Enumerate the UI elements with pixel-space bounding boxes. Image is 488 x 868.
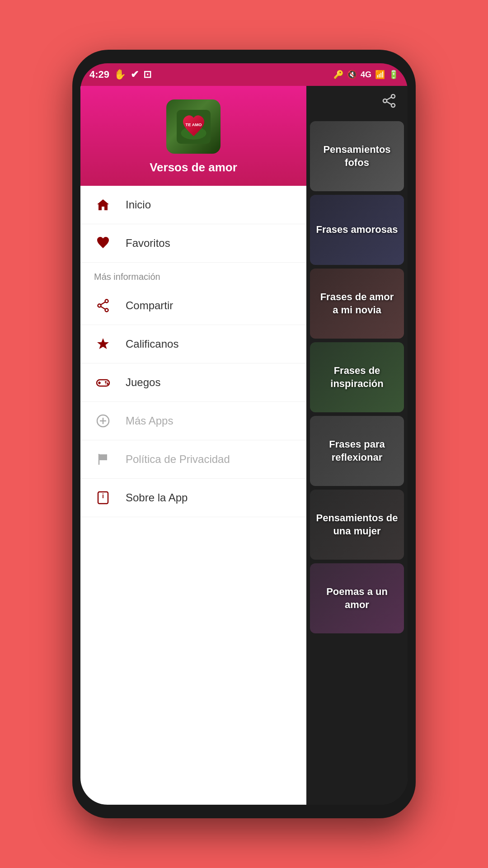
category-label-0: Pensamientosfofos [319, 139, 395, 174]
nav-item-calificanos[interactable]: Calificanos [80, 325, 306, 363]
nav-label-juegos: Juegos [126, 376, 160, 389]
svg-point-24 [391, 104, 395, 107]
app-icon: TE AMO [166, 99, 221, 154]
nav-label-inicio: Inicio [126, 198, 151, 211]
svg-text:i: i [102, 492, 104, 500]
star-icon [94, 335, 112, 353]
nav-item-mas-apps[interactable]: Más Apps [80, 402, 306, 440]
category-card-2[interactable]: Frases de amora mi novia [310, 269, 404, 339]
status-bar: 4:29 ✋ ✔ ⊡ 🔑 🔇 4G 📶 🔋 [80, 63, 408, 86]
status-left: 4:29 ✋ ✔ ⊡ [89, 69, 151, 80]
nav-label-favoritos: Favoritos [126, 237, 170, 250]
drawer-nav: Inicio Favoritos Más información [80, 186, 306, 805]
hand-icon: ✋ [114, 69, 126, 80]
mute-icon: 🔇 [347, 70, 357, 80]
info-icon: i [94, 489, 112, 507]
main-content-panel: Pensamientosfofos Frases amorosas Frases… [306, 86, 408, 805]
plus-circle-icon [94, 412, 112, 430]
category-label-4: Frases parareflexionar [324, 434, 389, 468]
drawer-header: TE AMO Versos de amor [80, 86, 306, 186]
svg-point-3 [105, 300, 108, 303]
navigation-drawer: TE AMO Versos de amor Inicio [80, 86, 306, 805]
share-icon [94, 297, 112, 315]
key-icon: 🔑 [333, 70, 343, 80]
svg-marker-8 [97, 338, 109, 349]
drawer-app-title: Versos de amor [150, 160, 237, 175]
nav-label-calificanos: Calificanos [126, 338, 178, 350]
svg-line-26 [387, 102, 391, 104]
nav-label-politica: Política de Privacidad [126, 453, 230, 466]
nav-item-favoritos[interactable]: Favoritos [80, 224, 306, 263]
heart-nav-icon [94, 234, 112, 252]
category-card-6[interactable]: Poemas a unamor [310, 563, 404, 633]
category-label-3: Frases deinspiración [326, 360, 388, 395]
screen-content: TE AMO Versos de amor Inicio [80, 86, 408, 805]
battery-icon: 🔋 [389, 70, 399, 80]
nav-label-compartir: Compartir [126, 299, 173, 312]
signal-icon: 📶 [375, 70, 385, 80]
svg-point-14 [105, 383, 106, 384]
category-card-4[interactable]: Frases parareflexionar [310, 416, 404, 486]
main-toolbar [306, 86, 408, 118]
category-label-5: Pensamientos deuna mujer [312, 507, 403, 542]
svg-point-23 [383, 99, 387, 103]
category-card-1[interactable]: Frases amorosas [310, 195, 404, 265]
category-card-0[interactable]: Pensamientosfofos [310, 121, 404, 191]
home-icon [94, 196, 112, 214]
share-toolbar-icon [382, 94, 396, 108]
nav-item-juegos[interactable]: Juegos [80, 363, 306, 402]
svg-point-12 [105, 381, 107, 383]
section-mas-informacion: Más información [80, 263, 306, 287]
nav-item-politica[interactable]: Política de Privacidad [80, 440, 306, 479]
nav-label-sobre-app: Sobre la App [126, 491, 188, 504]
category-label-6: Poemas a unamor [322, 581, 392, 616]
category-card-5[interactable]: Pensamientos deuna mujer [310, 490, 404, 560]
svg-point-4 [98, 304, 101, 307]
signal-label: 4G [361, 70, 371, 80]
gamepad-icon [94, 373, 112, 392]
phone-screen: 4:29 ✋ ✔ ⊡ 🔑 🔇 4G 📶 🔋 [80, 63, 408, 805]
nav-label-mas-apps: Más Apps [126, 415, 173, 427]
categories-list: Pensamientosfofos Frases amorosas Frases… [306, 118, 408, 637]
wifi-icon: ⊡ [143, 69, 151, 80]
app-icon-heart-svg: TE AMO [177, 110, 211, 144]
time-display: 4:29 [89, 69, 109, 80]
nav-item-sobre-app[interactable]: i Sobre la App [80, 479, 306, 517]
check-icon: ✔ [131, 69, 139, 80]
toolbar-share-button[interactable] [382, 94, 396, 110]
nav-item-compartir[interactable]: Compartir [80, 287, 306, 325]
svg-line-7 [101, 307, 105, 309]
svg-point-15 [107, 382, 108, 382]
category-label-1: Frases amorosas [312, 219, 403, 241]
svg-point-5 [105, 309, 108, 312]
svg-point-22 [391, 94, 395, 98]
category-card-3[interactable]: Frases deinspiración [310, 342, 404, 412]
nav-item-inicio[interactable]: Inicio [80, 186, 306, 224]
svg-text:TE AMO: TE AMO [185, 122, 202, 127]
svg-line-6 [101, 302, 105, 305]
svg-line-25 [387, 97, 391, 100]
category-label-2: Frases de amora mi novia [316, 286, 399, 321]
svg-point-13 [107, 383, 108, 385]
phone-frame: 4:29 ✋ ✔ ⊡ 🔑 🔇 4G 📶 🔋 [72, 50, 416, 818]
flag-icon [94, 450, 112, 468]
status-right: 🔑 🔇 4G 📶 🔋 [333, 70, 399, 80]
